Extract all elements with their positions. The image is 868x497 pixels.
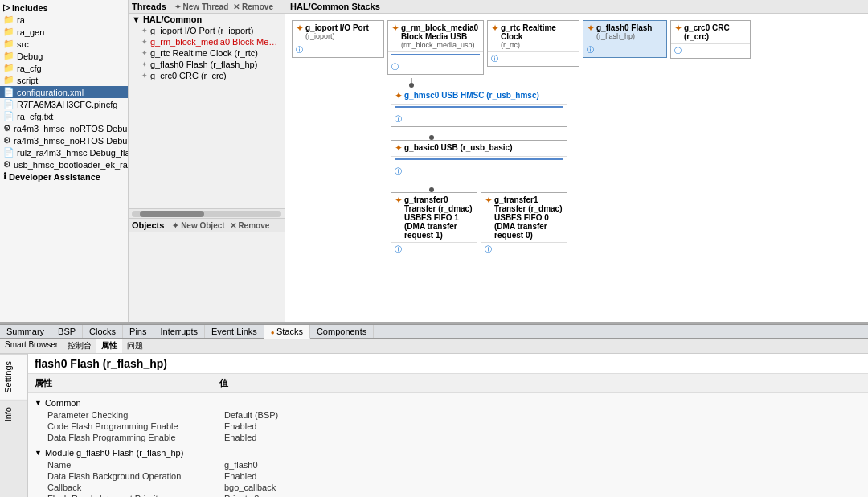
stack-box-rm-block-info[interactable]: ⓘ — [391, 62, 480, 72]
sidebar-item-debug2[interactable]: ⚙ ra4m3_hmsc_noRTOS Debug f — [0, 134, 128, 146]
threads-title: Threads — [132, 2, 166, 11]
stack-box-ioport-info[interactable]: ⓘ — [296, 45, 380, 55]
stack-row-top: ✦ g_ioport I/O Port (r_ioport) ⓘ — [292, 20, 862, 75]
tab-event-links[interactable]: Event Links — [205, 325, 264, 338]
file-icon: 📄 — [3, 87, 14, 97]
tab-components[interactable]: Components — [310, 325, 374, 338]
thread-item-label: g_crc0 CRC (r_crc) — [150, 71, 227, 80]
sidebar-item-configuration-xml[interactable]: 📄 configuration.xml — [0, 86, 128, 98]
prop-category-common[interactable]: ▼ Common — [35, 396, 340, 409]
stack-box-crc0-info[interactable]: ⓘ — [674, 46, 747, 56]
stack-box-rm-block[interactable]: ✦ g_rm_block_media0 Block Media USB (rm_… — [387, 20, 484, 75]
thread-category-hal[interactable]: ▼ HAL/Common — [129, 14, 285, 25]
sidebar-label-debug2: ra4m3_hmsc_noRTOS Debug f — [14, 136, 128, 146]
stack-box-rtc-subtitle: (r_rtc) — [501, 41, 575, 49]
stack-box-transfer1-info[interactable]: ⓘ — [485, 244, 563, 255]
thread-item-label: g_ioport I/O Port (r_ioport) — [150, 26, 253, 35]
tab-stacks[interactable]: Stacks — [264, 325, 310, 339]
new-thread-button[interactable]: ✦ New Thread — [173, 2, 230, 11]
stack-box-hmsc0[interactable]: ✦ g_hmsc0 USB HMSC (r_usb_hmsc) ⓘ — [391, 88, 567, 127]
stack-box-basic0[interactable]: ✦ g_basic0 USB (r_usb_basic) ⓘ — [391, 140, 567, 179]
prop-value[interactable]: Default (BSP) — [224, 410, 278, 420]
stack-dot-icon: ✦ — [391, 23, 399, 34]
stack-box-transfer0[interactable]: ✦ g_transfer0 Transfer (r_dmac) USBFS FI… — [391, 192, 477, 257]
bullet-icon: ✦ — [141, 27, 148, 35]
prop-value[interactable]: Enabled — [224, 421, 256, 431]
sidebar-item-script[interactable]: 📁 script — [0, 74, 128, 86]
tab-interrupts[interactable]: Interrupts — [154, 325, 205, 338]
connector-row3 — [387, 183, 862, 192]
new-object-button[interactable]: ✦ New Object — [170, 221, 226, 230]
sidebar-item-ra-cfg-txt[interactable]: 📄 ra_cfg.txt — [0, 110, 128, 122]
sidebar-item-usb[interactable]: ⚙ usb_hmsc_bootloader_ek_ra6m — [0, 158, 128, 170]
side-tab-info[interactable]: Info — [0, 400, 27, 428]
threads-scrollbar[interactable] — [129, 208, 285, 218]
browser-tab-smart[interactable]: Smart Browser — [0, 339, 63, 353]
stack-box-rm-block-subtitle: (rm_block_media_usb) — [401, 41, 480, 49]
properties-area: ▼ Common Parameter Checking Default (BSP… — [28, 393, 868, 497]
stack-dot-icon: ✦ — [485, 195, 493, 206]
prop-name: Data Flash Programming Enable — [47, 433, 224, 442]
stack-box-transfer0-body: ⓘ — [391, 243, 477, 257]
thread-item-crc0[interactable]: ✦ g_crc0 CRC (r_crc) — [129, 70, 285, 81]
tab-bsp[interactable]: BSP — [51, 325, 83, 338]
prop-value[interactable]: Enabled — [224, 433, 256, 442]
prop-value[interactable]: Priority 3 — [224, 494, 259, 497]
remove-object-button[interactable]: ✕ Remove — [228, 221, 272, 230]
sidebar-item-ra-gen[interactable]: 📁 ra_gen — [0, 26, 128, 38]
stack-box-rm-block-header: ✦ g_rm_block_media0 Block Media USB (rm_… — [388, 21, 483, 52]
bullet-icon: ✦ — [141, 38, 148, 46]
stack-box-transfer1[interactable]: ✦ g_transfer1 Transfer (r_dmac) USBFS FI… — [481, 192, 567, 257]
sidebar-label-pincfg: R7FA6M3AH3CFC.pincfg — [17, 100, 117, 109]
browser-tab-console[interactable]: 控制台 — [63, 339, 96, 353]
browser-tab-attr[interactable]: 属性 — [96, 339, 122, 353]
stack-dot-icon: ✦ — [296, 23, 304, 34]
canvas-header: HAL/Common Stacks — [285, 0, 868, 14]
stack-box-rtc[interactable]: ✦ g_rtc Realtime Clock (r_rtc) ⓘ — [487, 20, 579, 67]
prop-row-name: Name g_flash0 — [35, 459, 340, 470]
sidebar-item-src[interactable]: 📁 src — [0, 38, 128, 50]
stack-box-transfer0-info[interactable]: ⓘ — [395, 244, 473, 255]
prop-value[interactable]: g_flash0 — [224, 460, 258, 470]
stack-box-ioport[interactable]: ✦ g_ioport I/O Port (r_ioport) ⓘ — [292, 20, 384, 58]
stack-box-rtc-info[interactable]: ⓘ — [491, 54, 575, 64]
thread-item-rm-block-media[interactable]: ✦ g_rm_block_media0 Block Media US — [129, 36, 285, 47]
stack-row-transfers: ✦ g_transfer0 Transfer (r_dmac) USBFS FI… — [292, 192, 862, 257]
tab-summary[interactable]: Summary — [0, 325, 51, 338]
prop-category-module[interactable]: ▼ Module g_flash0 Flash (r_flash_hp) — [35, 446, 340, 459]
stack-box-crc0[interactable]: ✦ g_crc0 CRC (r_crc) ⓘ — [670, 20, 751, 59]
stack-box-flash0[interactable]: ✦ g_flash0 Flash (r_flash_hp) ⓘ — [583, 20, 667, 58]
stack-box-rtc-title: g_rtc Realtime Clock — [501, 23, 575, 41]
thread-item-flash0[interactable]: ✦ g_flash0 Flash (r_flash_hp) — [129, 59, 285, 70]
thread-item-rtc[interactable]: ✦ g_rtc Realtime Clock (r_rtc) — [129, 47, 285, 59]
sidebar-item-includes[interactable]: ▷ Includes — [0, 2, 128, 14]
sidebar-label-script: script — [17, 76, 38, 85]
sidebar-item-ra[interactable]: 📁 ra — [0, 14, 128, 26]
prop-value[interactable]: bgo_callback — [224, 483, 276, 492]
prop-row-flash-ready: Flash Ready Interrupt Priority Priority … — [35, 493, 340, 497]
sidebar-item-ra-cfg[interactable]: 📁 ra_cfg — [0, 62, 128, 74]
objects-panel: Objects ✦ New Object ✕ Remove — [129, 218, 285, 322]
sidebar-item-dev-assistance[interactable]: ℹ Developer Assistance — [0, 170, 128, 183]
thread-item-ioport[interactable]: ✦ g_ioport I/O Port (r_ioport) — [129, 25, 285, 36]
file-icon: 📄 — [3, 147, 14, 158]
stack-box-basic0-info[interactable]: ⓘ — [395, 166, 563, 177]
browser-tab-issues[interactable]: 问题 — [122, 339, 148, 353]
tab-pins[interactable]: Pins — [123, 325, 154, 338]
tab-clocks[interactable]: Clocks — [83, 325, 123, 338]
stack-box-flash0-info[interactable]: ⓘ — [587, 45, 663, 55]
side-tab-settings[interactable]: Settings — [0, 354, 27, 400]
properties-col-headers: 属性 值 — [28, 374, 868, 393]
remove-thread-button[interactable]: ✕ Remove — [231, 2, 275, 11]
sidebar-label-rulz: rulz_ra4m3_hmsc Debug_flat.j — [17, 148, 128, 158]
sidebar-item-debug1[interactable]: ⚙ ra4m3_hmsc_noRTOS Debug f — [0, 122, 128, 134]
sidebar-item-pincfg[interactable]: 📄 R7FA6M3AH3CFC.pincfg — [0, 98, 128, 110]
prop-value[interactable]: Enabled — [224, 471, 256, 481]
stack-box-transfer1-title: g_transfer1 Transfer (r_dmac) USBFS FIFO… — [494, 195, 563, 240]
properties-title-text: flash0 Flash (r_flash_hp) — [35, 357, 167, 370]
value-header: 值 — [219, 377, 228, 389]
stack-row-hmsc: ✦ g_hmsc0 USB HMSC (r_usb_hmsc) ⓘ — [292, 88, 862, 127]
sidebar-item-debug[interactable]: 📁 Debug — [0, 50, 128, 62]
sidebar-item-rulz[interactable]: 📄 rulz_ra4m3_hmsc Debug_flat.j — [0, 146, 128, 158]
stack-box-hmsc0-info[interactable]: ⓘ — [395, 114, 563, 125]
